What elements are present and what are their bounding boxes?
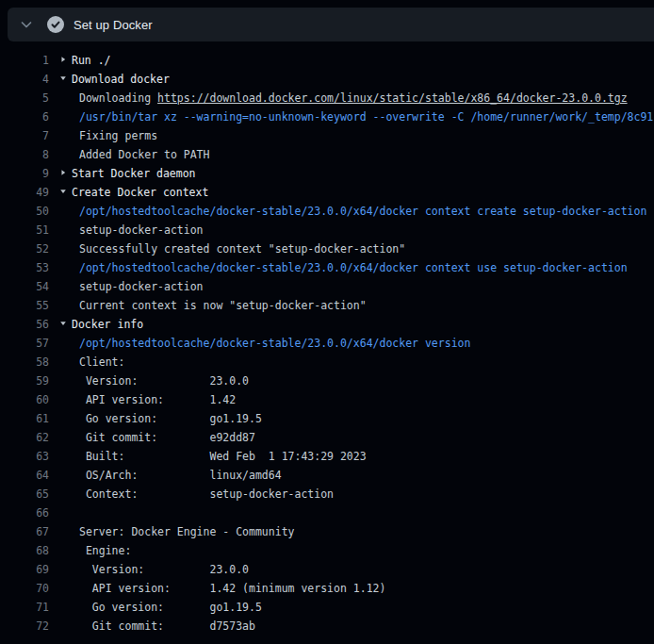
log-line: 5Downloading https://download.docker.com…: [0, 89, 654, 107]
log-group-title: Run ./: [72, 54, 111, 67]
log-link[interactable]: https://download.docker.com/linux/static…: [157, 91, 628, 105]
log-line: 6/usr/bin/tar xz --warning=no-unknown-ke…: [0, 107, 654, 126]
log-line: 68 Engine:: [0, 541, 654, 560]
triangle-expanded-icon[interactable]: [58, 183, 72, 202]
log-text: Successfully created context "setup-dock…: [79, 242, 405, 256]
line-number[interactable]: 51: [0, 221, 49, 239]
line-number[interactable]: 72: [0, 617, 49, 636]
log-text: Version: 23.0.0: [79, 374, 249, 388]
log-line: 72 Git commit: d7573ab: [0, 617, 654, 636]
log-line: 49Create Docker context: [0, 183, 654, 202]
log-line-content: Successfully created context "setup-dock…: [58, 239, 654, 258]
log-text: Added Docker to PATH: [79, 148, 209, 161]
log-text: Downloading: [79, 91, 157, 105]
log-line-content: OS/Arch: linux/amd64: [58, 466, 654, 485]
log-command: /opt/hostedtoolcache/docker-stable/23.0.…: [79, 337, 470, 350]
log-line-content: Client:: [58, 353, 654, 372]
log-line-content: Git commit: e92dd87: [58, 428, 654, 447]
log-group-header[interactable]: Start Docker daemon: [58, 164, 654, 183]
line-number[interactable]: 58: [0, 353, 49, 372]
log-text: Go version: go1.19.5: [79, 601, 262, 614]
log-line: 64 OS/Arch: linux/amd64: [0, 466, 654, 485]
triangle-collapsed-icon[interactable]: [58, 51, 72, 70]
log-line-content: /opt/hostedtoolcache/docker-stable/23.0.…: [58, 258, 654, 277]
step-title: Set up Docker: [74, 18, 153, 32]
log-text: Git commit: e92dd87: [79, 431, 255, 444]
log-line-content: /opt/hostedtoolcache/docker-stable/23.0.…: [58, 334, 654, 353]
log-group-header[interactable]: Run ./: [58, 51, 654, 70]
log-line-content: setup-docker-action: [58, 221, 654, 239]
log-text: Go version: go1.19.5: [79, 412, 262, 425]
log-line-content: API version: 1.42: [58, 390, 654, 409]
line-number[interactable]: 6: [0, 107, 49, 126]
line-number[interactable]: 61: [0, 409, 49, 428]
line-number[interactable]: 65: [0, 485, 49, 504]
line-number[interactable]: 49: [0, 183, 49, 202]
log-command: /usr/bin/tar xz --warning=no-unknown-key…: [79, 110, 653, 124]
log-line-content: Go version: go1.19.5: [58, 409, 654, 428]
log-line-content: Engine:: [58, 541, 654, 560]
log-text: setup-docker-action: [79, 280, 204, 293]
line-number[interactable]: 4: [0, 70, 49, 89]
line-number[interactable]: 60: [0, 390, 49, 409]
log-line-content: Current context is now "setup-docker-act…: [58, 296, 654, 315]
log-group-header[interactable]: Create Docker context: [58, 183, 654, 202]
line-number[interactable]: 7: [0, 126, 49, 145]
line-number[interactable]: 62: [0, 428, 49, 447]
line-number[interactable]: 71: [0, 598, 49, 617]
line-number[interactable]: 1: [0, 51, 49, 70]
log-text: Client:: [79, 355, 124, 369]
line-number[interactable]: 56: [0, 315, 49, 334]
log-line: 50/opt/hostedtoolcache/docker-stable/23.…: [0, 202, 654, 221]
log-line-content: Version: 23.0.0: [58, 560, 654, 579]
log-line: 55Current context is now "setup-docker-a…: [0, 296, 654, 315]
line-number[interactable]: 5: [0, 89, 49, 107]
log-group-header[interactable]: Download docker: [58, 70, 654, 89]
log-line: 60 API version: 1.42: [0, 390, 654, 409]
log-text: setup-docker-action: [79, 223, 204, 237]
line-number[interactable]: 9: [0, 164, 49, 183]
log-line: 54setup-docker-action: [0, 277, 654, 296]
step-header[interactable]: Set up Docker: [8, 8, 654, 41]
line-number[interactable]: 50: [0, 202, 49, 221]
line-number[interactable]: 70: [0, 579, 49, 598]
log-line: 57/opt/hostedtoolcache/docker-stable/23.…: [0, 334, 654, 353]
log-line: 7Fixing perms: [0, 126, 654, 145]
log-line: 4Download docker: [0, 70, 654, 89]
log-line: 53/opt/hostedtoolcache/docker-stable/23.…: [0, 258, 654, 277]
log-command: /opt/hostedtoolcache/docker-stable/23.0.…: [79, 205, 646, 218]
line-number[interactable]: 59: [0, 372, 49, 390]
line-number[interactable]: 67: [0, 522, 49, 541]
line-number[interactable]: 57: [0, 334, 49, 353]
line-number[interactable]: 55: [0, 296, 49, 315]
log-group-title: Download docker: [72, 73, 170, 86]
log-line-content: setup-docker-action: [58, 277, 654, 296]
triangle-expanded-icon[interactable]: [58, 70, 72, 89]
line-number[interactable]: 52: [0, 239, 49, 258]
triangle-expanded-icon[interactable]: [58, 315, 72, 334]
log-line-content: Git commit: d7573ab: [58, 617, 654, 636]
log-line: 1Run ./: [0, 51, 654, 70]
line-number[interactable]: 53: [0, 258, 49, 277]
log-text: Fixing perms: [79, 129, 157, 142]
chevron-down-icon[interactable]: [19, 17, 34, 32]
line-number[interactable]: 69: [0, 560, 49, 579]
log-group-title: Create Docker context: [72, 186, 208, 199]
triangle-collapsed-icon[interactable]: [58, 164, 72, 183]
line-number[interactable]: 68: [0, 541, 49, 560]
log-group-header[interactable]: Docker info: [58, 315, 654, 334]
log-line: 71 Go version: go1.19.5: [0, 598, 654, 617]
line-number[interactable]: 66: [0, 504, 49, 522]
line-number[interactable]: 8: [0, 145, 49, 164]
line-number[interactable]: 63: [0, 447, 49, 466]
line-number[interactable]: 64: [0, 466, 49, 485]
log-line-content: /opt/hostedtoolcache/docker-stable/23.0.…: [58, 202, 654, 221]
log-text: Current context is now "setup-docker-act…: [79, 299, 367, 312]
line-number[interactable]: 54: [0, 277, 49, 296]
log-text: API version: 1.42 (minimum version 1.12): [79, 582, 385, 595]
log-text: Version: 23.0.0: [79, 563, 249, 576]
log-line: 9Start Docker daemon: [0, 164, 654, 183]
log-line-content: Go version: go1.19.5: [58, 598, 654, 617]
log-text: OS/Arch: linux/amd64: [79, 469, 282, 482]
log-line: 58Client:: [0, 353, 654, 372]
